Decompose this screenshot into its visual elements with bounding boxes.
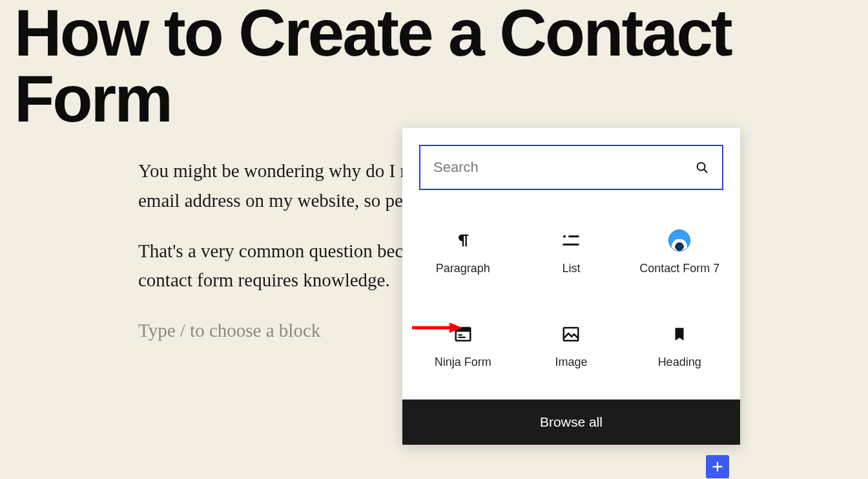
block-label: Heading	[658, 356, 701, 369]
block-paragraph[interactable]: Paragraph	[409, 206, 517, 299]
svg-rect-8	[458, 337, 465, 338]
block-label: Image	[555, 356, 587, 369]
block-contact-form-7[interactable]: Contact Form 7	[625, 206, 734, 299]
list-icon	[560, 229, 582, 251]
bookmark-icon	[668, 323, 690, 345]
svg-rect-7	[458, 334, 462, 335]
page-title: How to Create a Contact Form	[0, 0, 868, 132]
block-ninja-form[interactable]: Ninja Form	[409, 299, 517, 393]
block-grid: Paragraph List Contact Form 7	[402, 197, 740, 399]
search-icon	[695, 160, 709, 175]
inserter-search-field[interactable]	[419, 145, 723, 190]
block-list[interactable]: List	[517, 206, 626, 299]
svg-line-1	[704, 169, 707, 173]
svg-point-2	[563, 235, 566, 238]
block-label: List	[562, 262, 580, 275]
svg-point-0	[698, 163, 705, 171]
block-label: Ninja Form	[435, 356, 491, 369]
search-input[interactable]	[433, 159, 695, 176]
form-icon	[452, 323, 474, 345]
cf7-icon	[668, 229, 690, 251]
block-heading[interactable]: Heading	[625, 299, 734, 393]
svg-rect-9	[564, 328, 579, 341]
add-block-button[interactable]	[706, 455, 729, 478]
svg-rect-6	[456, 328, 471, 332]
block-label: Contact Form 7	[639, 262, 719, 275]
image-icon	[560, 323, 582, 345]
block-image[interactable]: Image	[517, 299, 626, 393]
block-inserter-popover: Paragraph List Contact Form 7	[402, 128, 740, 445]
block-label: Paragraph	[436, 262, 490, 275]
browse-all-button[interactable]: Browse all	[402, 399, 740, 445]
pilcrow-icon	[452, 229, 474, 251]
